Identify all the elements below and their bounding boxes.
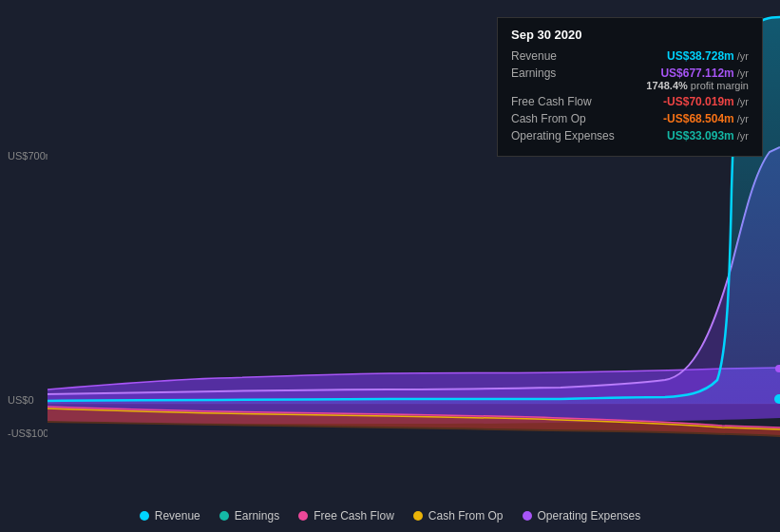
- legend-label-fcf: Free Cash Flow: [314, 509, 394, 522]
- legend-dot-cashfromop: [413, 511, 423, 521]
- tooltip-row-revenue: Revenue US$38.728m/yr: [511, 49, 749, 63]
- legend-dot-opex: [523, 511, 532, 521]
- tooltip-title: Sep 30 2020: [511, 28, 749, 42]
- y-label-0: US$0: [8, 394, 34, 406]
- legend-item-fcf: Free Cash Flow: [298, 509, 394, 522]
- tooltip-panel: Sep 30 2020 Revenue US$38.728m/yr Earnin…: [497, 17, 763, 157]
- legend-label-earnings: Earnings: [235, 509, 279, 522]
- tooltip-value-cashfromop: -US$68.504m/yr: [663, 112, 749, 125]
- tooltip-value-opex: US$33.093m/yr: [667, 129, 749, 142]
- legend-item-cashfromop: Cash From Op: [413, 509, 504, 522]
- tooltip-value-revenue: US$38.728m/yr: [667, 49, 749, 63]
- legend-label-opex: Operating Expenses: [538, 509, 641, 522]
- tooltip-row-opex: Operating Expenses US$33.093m/yr: [511, 129, 749, 142]
- legend-label-revenue: Revenue: [155, 509, 200, 522]
- tooltip-label-earnings: Earnings: [511, 66, 616, 80]
- legend-dot-earnings: [219, 511, 229, 521]
- tooltip-label-opex: Operating Expenses: [511, 129, 616, 142]
- legend-item-revenue: Revenue: [140, 509, 200, 522]
- legend-item-opex: Operating Expenses: [523, 509, 641, 522]
- tooltip-value-earnings: US$677.112m/yr: [660, 66, 749, 80]
- tooltip-label-cashfromop: Cash From Op: [511, 112, 616, 125]
- tooltip-row-fcf: Free Cash Flow -US$70.019m/yr: [511, 95, 749, 108]
- legend-item-earnings: Earnings: [219, 509, 279, 522]
- tooltip-label-revenue: Revenue: [511, 49, 616, 63]
- legend: Revenue Earnings Free Cash Flow Cash Fro…: [0, 509, 780, 522]
- tooltip-label-fcf: Free Cash Flow: [511, 95, 616, 108]
- legend-label-cashfromop: Cash From Op: [428, 509, 504, 522]
- tooltip-profit-margin: 1748.4% profit margin: [646, 80, 749, 91]
- tooltip-row-cashfromop: Cash From Op -US$68.504m/yr: [511, 112, 749, 125]
- legend-dot-revenue: [140, 511, 149, 521]
- tooltip-row-earnings: Earnings US$677.112m/yr 1748.4% profit m…: [511, 66, 749, 91]
- legend-dot-fcf: [298, 511, 308, 521]
- tooltip-value-fcf: -US$70.019m/yr: [663, 95, 749, 108]
